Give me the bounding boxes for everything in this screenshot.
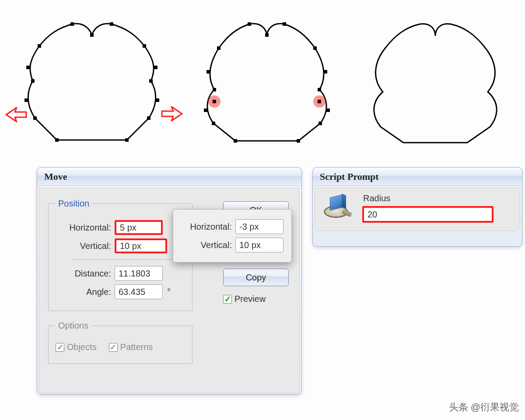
- angle-label: Angle:: [56, 287, 115, 297]
- svg-rect-7: [31, 79, 35, 83]
- svg-rect-25: [326, 108, 330, 112]
- options-legend: Options: [56, 321, 91, 331]
- svg-rect-12: [147, 116, 150, 120]
- svg-rect-22: [213, 88, 216, 91]
- svg-rect-2: [110, 22, 113, 26]
- copy-button[interactable]: Copy: [223, 269, 289, 286]
- position-legend: Position: [56, 199, 92, 209]
- patterns-label: Patterns: [120, 342, 153, 352]
- position-group: Position Horizontal: Vertical: Distance:…: [48, 199, 192, 311]
- svg-rect-27: [318, 122, 322, 125]
- watermark: 头条 @衍果视觉: [449, 401, 519, 414]
- move-dialog: Move Position Horizontal: Vertical: Dist…: [37, 167, 302, 395]
- svg-rect-6: [154, 66, 158, 69]
- svg-rect-18: [217, 46, 220, 50]
- svg-rect-0: [70, 22, 74, 26]
- objects-checkbox: [56, 343, 64, 352]
- angle-input[interactable]: [115, 284, 163, 299]
- shape-2: [184, 4, 350, 153]
- radius-input[interactable]: [362, 206, 494, 223]
- svg-rect-10: [156, 98, 159, 102]
- move-dialog-title-text: Move: [44, 171, 67, 182]
- overlay-horizontal-input[interactable]: [235, 219, 284, 234]
- svg-rect-5: [26, 66, 30, 69]
- svg-rect-17: [283, 22, 286, 26]
- vertical-input[interactable]: [115, 238, 167, 253]
- svg-rect-8: [149, 79, 153, 83]
- arrow-right-icon: [4, 105, 30, 126]
- svg-rect-19: [313, 46, 317, 50]
- svg-rect-26: [212, 122, 215, 125]
- preview-checkbox[interactable]: [223, 295, 232, 304]
- shapes-row: [0, 4, 525, 158]
- svg-rect-16: [265, 33, 269, 37]
- svg-rect-24: [204, 108, 207, 112]
- overlay-vertical-label: Vertical:: [181, 240, 235, 250]
- horizontal-input[interactable]: [115, 220, 163, 235]
- overlay-panel: Horizontal: Vertical:: [173, 209, 292, 262]
- overlay-horizontal-label: Horizontal:: [181, 222, 235, 232]
- shape-1: [4, 4, 179, 153]
- shape-3: [350, 4, 521, 153]
- script-icon: [323, 193, 351, 221]
- patterns-checkbox: [109, 343, 118, 352]
- arrow-left-icon: [158, 104, 185, 126]
- svg-rect-33: [318, 100, 321, 103]
- overlay-vertical-input[interactable]: [235, 238, 284, 252]
- distance-label: Distance:: [56, 269, 115, 279]
- svg-rect-20: [206, 70, 210, 74]
- objects-label: Objects: [67, 342, 97, 352]
- svg-rect-13: [55, 138, 59, 142]
- options-group: Options Objects Patterns: [48, 321, 192, 364]
- svg-rect-9: [24, 98, 28, 102]
- svg-rect-23: [318, 88, 321, 91]
- svg-rect-15: [248, 22, 251, 26]
- angle-unit: °: [167, 287, 171, 297]
- svg-rect-4: [143, 44, 146, 48]
- svg-rect-21: [324, 70, 327, 74]
- preview-label: Preview: [234, 294, 266, 304]
- separator: [73, 259, 182, 260]
- horizontal-label: Horizontal:: [56, 223, 115, 233]
- svg-rect-3: [38, 44, 41, 48]
- svg-rect-1: [90, 33, 94, 37]
- vertical-label: Vertical:: [56, 241, 115, 251]
- svg-rect-11: [33, 116, 37, 120]
- radius-label: Radius: [363, 193, 512, 203]
- script-prompt-title: Script Prompt: [313, 168, 522, 186]
- distance-input[interactable]: [115, 266, 163, 281]
- svg-rect-29: [297, 139, 300, 143]
- svg-rect-14: [125, 138, 129, 142]
- script-prompt-title-text: Script Prompt: [320, 171, 379, 182]
- svg-rect-31: [213, 100, 216, 103]
- script-prompt-dialog: Script Prompt Radius: [312, 167, 522, 247]
- svg-rect-28: [234, 139, 237, 143]
- move-dialog-title: Move: [37, 168, 301, 186]
